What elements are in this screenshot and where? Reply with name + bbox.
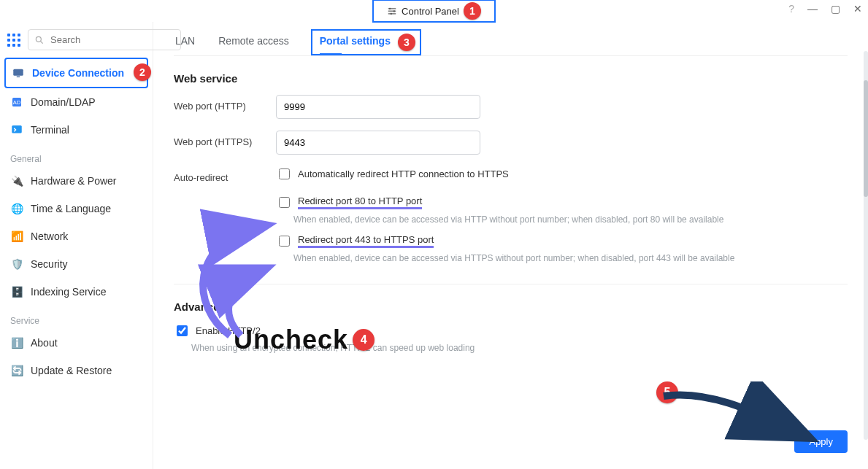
checkbox-redirect-80[interactable] <box>279 197 290 208</box>
sidebar-item-indexing-service[interactable]: 🗄️ Indexing Service <box>4 278 148 306</box>
maximize-icon[interactable]: ▢ <box>831 3 840 15</box>
tab-lan[interactable]: LAN <box>174 29 196 55</box>
label-http-port: Web port (HTTP) <box>174 95 276 112</box>
sidebar-item-label: Indexing Service <box>31 286 107 298</box>
checkbox-enable-http2[interactable] <box>177 325 188 336</box>
annotation-uncheck-text: Uncheck <box>234 325 348 355</box>
sidebar-item-label: Update & Restore <box>31 365 112 376</box>
input-http-port[interactable] <box>276 95 480 119</box>
sidebar-item-hardware-power[interactable]: 🔌 Hardware & Power <box>4 167 148 195</box>
desc-redirect-443: When enabled, device can be accessed via… <box>293 253 848 263</box>
update-restore-icon: 🔄 <box>10 364 23 377</box>
svg-text:AD: AD <box>13 99 21 106</box>
annotation-badge-4: 4 <box>353 329 375 351</box>
sidebar-section-service: Service <box>4 306 148 329</box>
checkbox-label-redirect-443: Redirect port 443 to HTTPS port <box>298 234 434 248</box>
network-icon: 📶 <box>10 230 23 243</box>
sidebar-item-network[interactable]: 📶 Network <box>4 222 148 250</box>
close-icon[interactable]: ✕ <box>853 3 862 15</box>
svg-point-5 <box>391 13 392 15</box>
label-https-port: Web port (HTTPS) <box>174 131 276 147</box>
sidebar-item-security[interactable]: 🛡️ Security <box>4 250 148 278</box>
section-advanced: Advanced <box>174 301 848 313</box>
sidebar-item-domain-ldap[interactable]: AD Domain/LDAP <box>4 88 148 116</box>
sidebar-item-update-restore[interactable]: 🔄 Update & Restore <box>4 357 148 384</box>
desc-redirect-80: When enabled, device can be accessed via… <box>293 214 848 225</box>
domain-ldap-icon: AD <box>10 96 23 109</box>
annotation-badge-2: 2 <box>134 63 151 81</box>
svg-line-7 <box>41 41 43 43</box>
checkbox-label-redirect-80: Redirect port 80 to HTTP port <box>298 195 422 209</box>
annotation-badge-1: 1 <box>464 2 481 20</box>
window-title-group: Control Panel 1 <box>372 0 496 23</box>
svg-point-3 <box>389 8 391 9</box>
input-https-port[interactable] <box>276 131 480 155</box>
sidebar-item-label: Device Connection <box>32 67 124 79</box>
sidebar-item-label: Domain/LDAP <box>31 96 96 108</box>
sidebar-item-label: Hardware & Power <box>31 175 117 187</box>
time-language-icon: 🌐 <box>10 202 23 215</box>
sidebar-item-about[interactable]: ℹ️ About <box>4 329 148 357</box>
section-web-service: Web service <box>174 72 848 85</box>
device-connection-icon <box>12 66 25 80</box>
svg-point-6 <box>36 36 41 42</box>
shield-icon: 🛡️ <box>10 257 23 271</box>
sidebar-item-label: Security <box>31 258 68 270</box>
svg-rect-9 <box>17 77 20 78</box>
sidebar-item-label: About <box>31 337 58 349</box>
hardware-power-icon: 🔌 <box>10 174 23 187</box>
sidebar-item-terminal[interactable]: Terminal <box>4 116 148 144</box>
svg-rect-8 <box>13 69 23 76</box>
svg-rect-12 <box>12 125 22 133</box>
indexing-icon: 🗄️ <box>10 285 23 298</box>
search-icon <box>34 35 45 45</box>
control-panel-icon <box>387 6 397 16</box>
sidebar-item-label: Terminal <box>31 124 69 136</box>
window-title: Control Panel <box>402 6 459 17</box>
sidebar-item-label: Network <box>31 230 68 242</box>
svg-point-4 <box>393 10 395 12</box>
about-icon: ℹ️ <box>10 336 23 349</box>
sidebar-section-general: General <box>4 144 148 167</box>
sidebar-item-device-connection[interactable]: Device Connection 2 <box>4 58 148 88</box>
annotation-badge-5: 5 <box>656 381 678 403</box>
tab-label: Portal settings <box>320 35 391 47</box>
apps-grid-icon[interactable] <box>7 33 20 47</box>
apply-button[interactable]: Apply <box>794 430 848 453</box>
checkbox-auto-redirect-https[interactable] <box>279 168 290 179</box>
minimize-icon[interactable]: — <box>807 3 818 15</box>
tab-remote-access[interactable]: Remote access <box>217 29 290 55</box>
terminal-icon <box>10 123 23 136</box>
scrollbar[interactable] <box>864 51 868 440</box>
sidebar-item-label: Time & Language <box>31 203 111 214</box>
help-icon[interactable]: ? <box>788 3 794 15</box>
label-auto-redirect: Auto-redirect <box>174 166 276 183</box>
tab-portal-settings[interactable]: Portal settings 3 <box>311 29 421 55</box>
checkbox-label-auto-https: Automatically redirect HTTP connection t… <box>298 168 509 179</box>
separator <box>174 284 848 284</box>
sidebar-item-time-language[interactable]: 🌐 Time & Language <box>4 195 148 222</box>
checkbox-redirect-443[interactable] <box>279 236 290 247</box>
annotation-badge-3: 3 <box>398 34 415 51</box>
